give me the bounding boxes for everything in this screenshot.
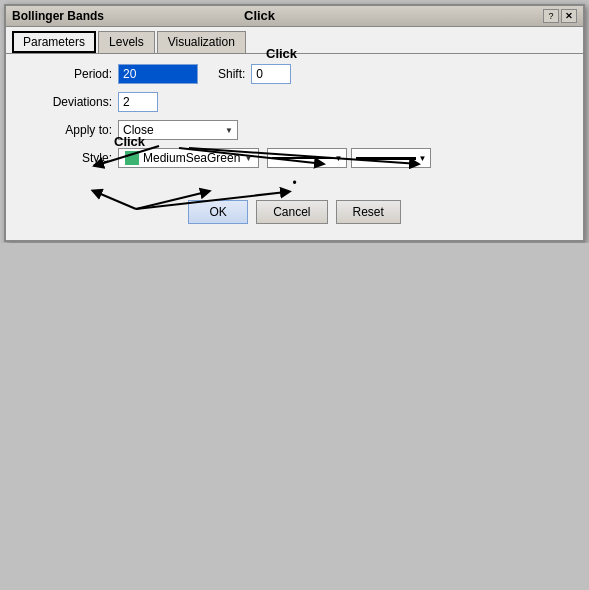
style-color-dropdown-1[interactable]: MediumSeaGreen ▼ [118,148,259,168]
apply-to-arrow: ▼ [225,126,233,135]
tab-visualization-1[interactable]: Visualization [157,31,246,53]
line-width-box-1[interactable]: ▼ [351,148,431,168]
period-input[interactable] [118,64,198,84]
ok-button-1[interactable]: OK [188,200,248,224]
line-preview-1 [272,157,332,159]
shift-group: Shift: [218,64,291,84]
shift-label: Shift: [218,67,245,81]
help-button-1[interactable]: ? [543,9,559,23]
tab-bar-1: Parameters Levels Visualization [6,27,583,53]
line-style-box-1[interactable]: ▼ [267,148,347,168]
period-row: Period: Shift: [22,64,567,84]
period-label: Period: [22,67,112,81]
apply-to-dropdown[interactable]: Close ▼ [118,120,238,140]
color-name-1: MediumSeaGreen [143,151,240,165]
button-row-1: OK Cancel Reset [22,200,567,230]
parameters-content-1: Period: Shift: Deviations: Apply to: Clo… [6,53,583,240]
tab-levels-1[interactable]: Levels [98,31,155,53]
apply-to-label: Apply to: [22,123,112,137]
tab-parameters-1[interactable]: Parameters [12,31,96,53]
deviations-row: Deviations: [22,92,567,112]
style-color-arrow: ▼ [244,154,252,163]
color-swatch-1 [125,151,139,165]
shift-input[interactable] [251,64,291,84]
style-row: Style: MediumSeaGreen ▼ ▼ ▼ [22,148,567,168]
close-button-1[interactable]: ✕ [561,9,577,23]
bullet-row: • [22,176,567,190]
line-arrow-1: ▼ [334,154,342,163]
line-width-arrow-1: ▼ [418,154,426,163]
deviations-label: Deviations: [22,95,112,109]
line-width-preview-1 [356,157,416,160]
apply-to-row: Apply to: Close ▼ [22,120,567,140]
style-label-1: Style: [22,151,112,165]
title-bar-1: Bollinger Bands ? ✕ [6,6,583,27]
reset-button-1[interactable]: Reset [336,200,401,224]
dialog-bollinger-bands-1: Bollinger Bands ? ✕ Parameters Levels Vi… [4,4,585,242]
bullet: • [292,176,296,190]
cancel-button-1[interactable]: Cancel [256,200,327,224]
title-bar-buttons-1: ? ✕ [543,9,577,23]
apply-to-value: Close [123,123,154,137]
deviations-input[interactable] [118,92,158,112]
dialog-title-1: Bollinger Bands [12,9,104,23]
